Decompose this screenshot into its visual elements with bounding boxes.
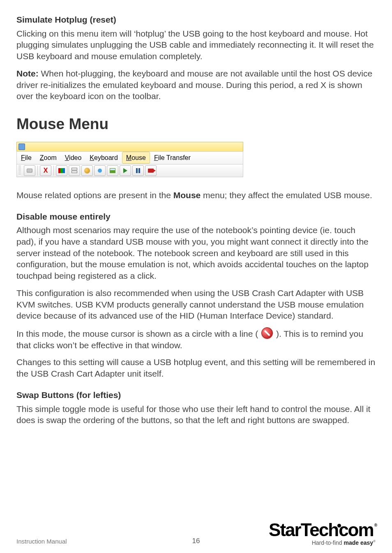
toolbar-grip [18,166,21,176]
toolbar-button-image[interactable] [107,165,118,176]
menu-item-zoom[interactable]: Zoom [36,152,61,164]
separator-icon [37,166,38,176]
image-icon [110,168,115,173]
toolbar: X [16,164,243,177]
toolbar-button-rgb[interactable] [56,165,67,176]
camera-icon [148,169,154,173]
para-swap-1: This simple toggle mode is useful for th… [16,403,376,426]
toolbar-button-pause[interactable] [132,165,144,176]
brand-part-a: Star [269,520,301,540]
note-label: Note: [16,69,39,78]
brand-part-c: com [339,520,373,540]
mouse-intro-bold: Mouse [173,190,201,200]
para-disable-4: Changes to this setting will cause a USB… [16,356,376,379]
toolbar-button-camera[interactable] [145,165,157,176]
menu-item-file[interactable]: File [17,152,36,164]
menu-item-mouse[interactable]: Mouse [122,152,150,164]
para-disable-1: Although most scenarios may require the … [16,224,376,282]
toolbar-button-dot[interactable] [94,165,106,176]
menu-item-video[interactable]: Video [61,152,86,164]
toolbar-button-orb[interactable] [81,165,93,176]
keyboard-icon [27,169,32,173]
toolbar-button-keyboard[interactable] [24,165,35,176]
mouse-intro-b: menu; they affect the emulated USB mouse… [201,190,372,200]
disable-3a: In this mode, the mouse cursor is shown … [16,329,261,338]
heading-swap-buttons: Swap Buttons (for lefties) [16,389,376,401]
para-mouse-intro: Mouse related options are present in the… [16,190,376,201]
rgb-icon [58,168,65,173]
app-icon [18,143,25,150]
menu-screenshot: File Zoom Video Keyboard Mouse File Tran… [16,142,243,177]
play-icon [123,168,127,173]
toolbar-button-windows[interactable] [69,165,80,176]
menu-item-file-transfer[interactable]: File Transfer [150,152,195,164]
close-icon: X [44,166,48,175]
para-disable-3: In this mode, the mouse cursor is shown … [16,327,376,351]
brand-part-b: Tech [301,520,338,540]
para-hotplug-note: Note: When hot-plugging, the keyboard an… [16,68,376,102]
para-hotplug-1: Clicking on this menu item will ‘hotplug… [16,28,376,62]
toolbar-button-play[interactable] [120,165,131,176]
heading-disable-mouse: Disable mouse entirely [16,211,376,222]
orb-icon [84,168,90,174]
para-disable-2: This configuration is also recommended w… [16,287,376,322]
dot-icon [98,169,102,173]
registered-icon: ® [374,523,376,528]
windows-icon [71,168,77,173]
page-footer: Instruction Manual 16 StarTechcom® Hard-… [16,521,376,546]
separator-icon [53,166,54,176]
no-entry-icon [261,327,273,339]
menubar: File Zoom Video Keyboard Mouse File Tran… [16,151,243,164]
heading-mouse-menu: Mouse Menu [16,114,376,134]
mouse-intro-a: Mouse related options are present in the [16,190,173,200]
note-text: When hot-plugging, the keyboard and mous… [16,69,372,101]
window-titlebar [16,142,243,151]
toolbar-button-close[interactable]: X [40,165,51,176]
menu-item-keyboard[interactable]: Keyboard [85,152,122,164]
pause-icon [136,168,140,173]
heading-simulate-hotplug: Simulate Hotplug (reset) [16,14,376,25]
